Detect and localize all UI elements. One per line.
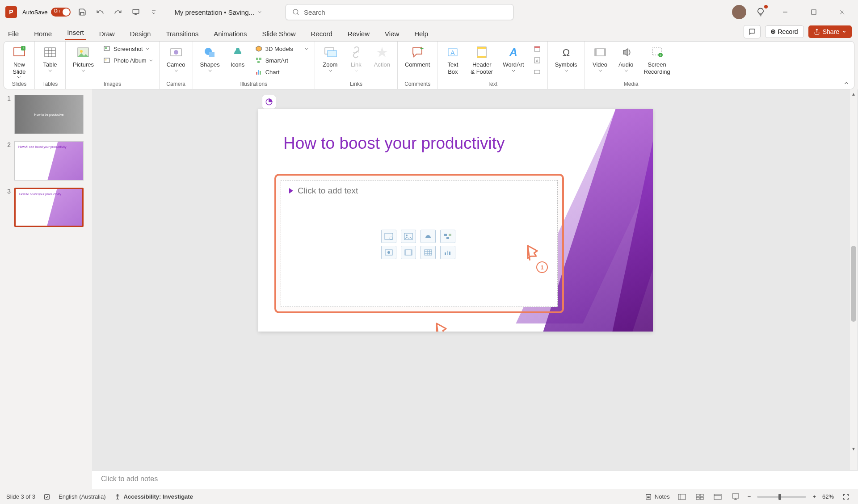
action-button: Action bbox=[371, 43, 393, 69]
scrollbar-thumb[interactable] bbox=[851, 246, 856, 322]
symbols-button[interactable]: ΩSymbols bbox=[552, 43, 580, 73]
svg-text:Ω: Ω bbox=[562, 47, 569, 58]
header-footer-button[interactable]: Header & Footer bbox=[468, 43, 496, 76]
shapes-button[interactable]: Shapes bbox=[198, 43, 223, 73]
title-bar: P AutoSave On My presentation • Saving..… bbox=[0, 0, 858, 24]
scroll-up-icon[interactable]: ▲ bbox=[850, 90, 857, 97]
tab-transitions[interactable]: Transitions bbox=[164, 27, 200, 40]
toggle-switch-icon[interactable]: On bbox=[51, 8, 71, 17]
insert-stock-image-icon[interactable] bbox=[381, 230, 396, 243]
reading-view-button[interactable] bbox=[712, 492, 723, 501]
object-button[interactable] bbox=[531, 67, 543, 77]
insert-icon-icon[interactable] bbox=[421, 230, 436, 243]
fit-to-window-button[interactable] bbox=[840, 492, 852, 501]
tab-home[interactable]: Home bbox=[32, 27, 54, 40]
zoom-slider[interactable] bbox=[757, 496, 806, 498]
tab-record[interactable]: Record bbox=[309, 27, 334, 40]
undo-button[interactable] bbox=[94, 6, 106, 18]
zoom-in-button[interactable]: + bbox=[812, 493, 816, 500]
vertical-scrollbar[interactable]: ▲ ▼ bbox=[850, 89, 857, 470]
zoom-out-button[interactable]: − bbox=[748, 493, 751, 500]
tab-review[interactable]: Review bbox=[346, 27, 371, 40]
new-slide-button[interactable]: + New Slide bbox=[8, 43, 30, 80]
scroll-down-icon[interactable]: ▼ bbox=[850, 445, 857, 452]
search-input[interactable]: Search bbox=[286, 4, 513, 20]
maximize-button[interactable] bbox=[803, 5, 824, 19]
video-button[interactable]: Video bbox=[589, 43, 611, 73]
notes-pane[interactable]: Click to add notes bbox=[92, 470, 858, 489]
thumbnail-slide-1[interactable]: 1 How to be productive bbox=[4, 95, 88, 134]
3d-models-button[interactable]: 3D Models bbox=[253, 43, 310, 54]
insert-video-icon[interactable] bbox=[401, 246, 416, 259]
redo-button[interactable] bbox=[112, 6, 124, 18]
user-avatar[interactable] bbox=[732, 5, 746, 19]
smartart-button[interactable]: SmartArt bbox=[253, 55, 310, 66]
svg-rect-40 bbox=[477, 56, 486, 58]
audio-button[interactable]: Audio bbox=[615, 43, 637, 73]
tab-draw[interactable]: Draw bbox=[97, 27, 117, 40]
tab-view[interactable]: View bbox=[383, 27, 401, 40]
calendar-icon bbox=[533, 45, 541, 53]
slide-canvas[interactable]: How to boost your productivity Click to … bbox=[258, 109, 653, 332]
wordart-button[interactable]: AWordArt bbox=[500, 43, 526, 73]
customize-qat-button[interactable] bbox=[147, 6, 160, 18]
collapse-ribbon-button[interactable] bbox=[843, 80, 850, 86]
normal-view-button[interactable] bbox=[676, 492, 688, 501]
pictures-button[interactable]: Pictures bbox=[70, 43, 97, 73]
close-button[interactable] bbox=[832, 5, 853, 19]
tab-design[interactable]: Design bbox=[128, 27, 153, 40]
table-button[interactable]: Table bbox=[39, 43, 61, 73]
group-label-slides: Slides bbox=[12, 81, 27, 88]
comments-pane-button[interactable] bbox=[744, 25, 761, 38]
zoom-level[interactable]: 62% bbox=[822, 493, 834, 500]
zoom-button[interactable]: Zoom bbox=[320, 43, 341, 73]
coming-soon-icon[interactable] bbox=[754, 6, 767, 18]
svg-text:A: A bbox=[451, 49, 455, 56]
insert-table-icon[interactable] bbox=[421, 246, 436, 259]
notes-toggle[interactable]: Notes bbox=[645, 493, 670, 500]
tab-help[interactable]: Help bbox=[412, 27, 430, 40]
screen-recording-button[interactable]: +Screen Recording bbox=[641, 43, 673, 76]
present-from-start-button[interactable] bbox=[130, 6, 142, 18]
slide-title[interactable]: How to boost your productivity bbox=[283, 134, 505, 153]
accessibility-checker[interactable]: Accessibility: Investigate bbox=[114, 493, 193, 500]
content-placeholder[interactable]: Click to add text bbox=[281, 180, 558, 307]
minimize-button[interactable] bbox=[775, 5, 795, 19]
slide-thumbnails-pane[interactable]: 1 How to be productive 2 How AI can boos… bbox=[0, 89, 92, 489]
textbox-button[interactable]: AText Box bbox=[442, 43, 463, 76]
slide-counter[interactable]: Slide 3 of 3 bbox=[6, 493, 35, 500]
document-title[interactable]: My presentation • Saving... bbox=[174, 8, 262, 16]
language-indicator[interactable]: English (Australia) bbox=[59, 493, 106, 500]
spell-check-icon[interactable] bbox=[43, 493, 50, 500]
slide-sorter-button[interactable] bbox=[694, 492, 706, 501]
insert-picture-icon[interactable] bbox=[401, 230, 416, 243]
svg-point-63 bbox=[387, 251, 390, 254]
tab-file[interactable]: File bbox=[6, 27, 21, 40]
icons-button[interactable]: Icons bbox=[227, 43, 248, 69]
tab-slideshow[interactable]: Slide Show bbox=[260, 27, 297, 40]
thumbnail-slide-2[interactable]: 2 How AI can boost your productivity bbox=[4, 141, 88, 181]
save-icon[interactable] bbox=[76, 6, 88, 18]
slideshow-button[interactable] bbox=[730, 492, 741, 501]
designer-button[interactable] bbox=[262, 95, 276, 109]
svg-rect-0 bbox=[133, 9, 139, 13]
screenshot-button[interactable]: Screenshot bbox=[101, 43, 155, 54]
share-button[interactable]: Share bbox=[808, 25, 852, 38]
autosave-toggle[interactable]: AutoSave On bbox=[22, 8, 71, 17]
insert-chart-icon[interactable] bbox=[440, 246, 455, 259]
date-time-button[interactable] bbox=[531, 43, 543, 54]
ribbon: + New Slide Slides Table Tables Pictures bbox=[4, 41, 854, 89]
record-button[interactable]: Record bbox=[765, 25, 804, 38]
group-label-tables: Tables bbox=[42, 81, 58, 88]
comment-button[interactable]: +Comment bbox=[402, 43, 433, 69]
tab-animations[interactable]: Animations bbox=[212, 27, 248, 40]
thumbnail-slide-3[interactable]: 3 How to boost your productivity bbox=[4, 188, 88, 227]
slide-number-button[interactable]: # bbox=[531, 55, 543, 66]
svg-point-76 bbox=[117, 494, 118, 496]
photo-album-button[interactable]: Photo Album bbox=[101, 55, 155, 66]
tab-insert[interactable]: Insert bbox=[65, 26, 86, 40]
insert-cameo-icon[interactable] bbox=[381, 246, 396, 259]
chart-button[interactable]: Chart bbox=[253, 67, 310, 77]
insert-smartart-icon[interactable] bbox=[440, 230, 455, 243]
cameo-button[interactable]: Cameo bbox=[164, 43, 188, 73]
